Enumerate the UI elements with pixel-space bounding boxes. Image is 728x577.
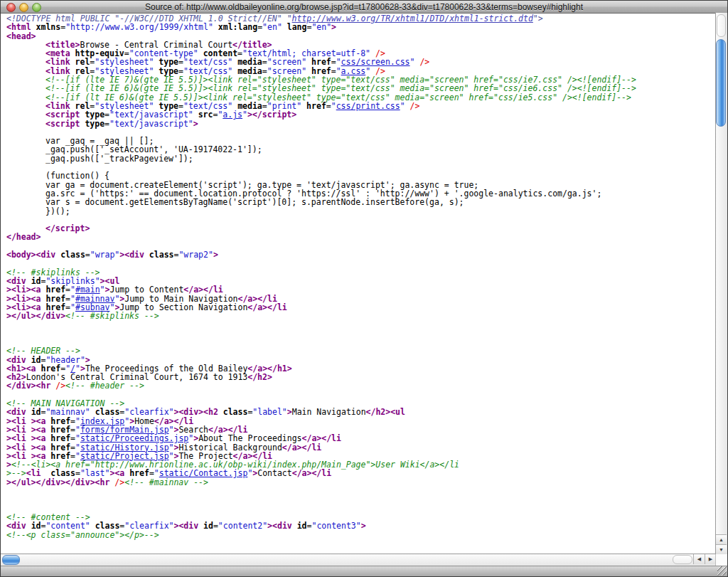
source-line bbox=[6, 495, 716, 504]
source-link[interactable]: css/print.css bbox=[336, 101, 400, 111]
source-token bbox=[292, 521, 297, 531]
source-line: ></ul></div><!-- #skiplinks --> bbox=[6, 312, 716, 320]
source-token: <body><div bbox=[6, 250, 55, 260]
source-token: /> bbox=[114, 477, 124, 487]
source-token: /> bbox=[410, 101, 420, 111]
source-window: Source of: http://www.oldbaileyonline.or… bbox=[0, 0, 728, 577]
source-link[interactable]: a.js bbox=[223, 110, 242, 120]
vertical-scrollbar[interactable]: ▲ ▼ bbox=[715, 13, 727, 554]
source-token: "content3" bbox=[311, 521, 360, 531]
source-token: "http://www.w3.org/1999/xhtml" bbox=[65, 22, 213, 32]
source-code: <!DOCTYPE html PUBLIC "-//W3C//DTD XHTML… bbox=[1, 14, 716, 539]
source-token: "label" bbox=[252, 407, 287, 417]
source-token: <!-- #header --> bbox=[65, 381, 144, 391]
source-token bbox=[282, 22, 287, 32]
source-token: <!--<p class="announce"></p>--> bbox=[6, 530, 159, 540]
close-icon[interactable] bbox=[6, 3, 16, 12]
source-token: src bbox=[198, 110, 213, 120]
source-token bbox=[218, 407, 223, 417]
scroll-down-button[interactable]: ▼ bbox=[716, 544, 727, 554]
source-token: href bbox=[306, 101, 326, 111]
up-arrow-icon: ▲ bbox=[719, 537, 724, 542]
source-line: <html xmlns="http://www.w3.org/1999/xhtm… bbox=[6, 23, 716, 31]
source-token: /> bbox=[55, 381, 65, 391]
source-token: "wrap" bbox=[90, 250, 120, 260]
source-line: </head> bbox=[6, 233, 716, 241]
source-token: Main Navigation bbox=[292, 407, 366, 417]
resize-grip-icon[interactable] bbox=[717, 566, 727, 576]
source-token: /> bbox=[419, 57, 429, 67]
source-line: var s = document.getElementsByTagName('s… bbox=[6, 198, 716, 206]
source-token: class bbox=[223, 407, 248, 417]
source-token: xmlns bbox=[36, 22, 61, 32]
left-arrow-icon: ◀ bbox=[697, 556, 701, 561]
source-token: "wrap2" bbox=[178, 250, 213, 260]
source-token: " bbox=[400, 101, 405, 111]
source-token: " bbox=[331, 101, 336, 111]
source-token: <!-- #skiplinks --> bbox=[65, 311, 159, 321]
source-token bbox=[405, 101, 410, 111]
source-line: <!-- HEADER --> bbox=[6, 346, 716, 355]
source-token: > bbox=[287, 407, 292, 417]
source-token: Contact bbox=[257, 468, 291, 478]
source-token: ><div bbox=[119, 250, 144, 260]
scrollbar-corner bbox=[715, 554, 727, 566]
source-token: id bbox=[203, 521, 213, 531]
source-token: = bbox=[326, 101, 331, 111]
scroll-track-cap bbox=[673, 555, 692, 564]
source-token: </a></li bbox=[292, 468, 331, 478]
source-token: "content2" bbox=[218, 521, 267, 531]
source-token: </head> bbox=[6, 232, 41, 242]
source-token: > bbox=[331, 22, 336, 32]
window-titlebar[interactable]: Source of: http://www.oldbaileyonline.or… bbox=[1, 1, 727, 14]
source-token: > bbox=[361, 521, 366, 531]
source-token: ><div bbox=[267, 521, 292, 531]
right-arrow-icon: ▶ bbox=[709, 556, 712, 561]
source-line: <script type="text/javascript"> bbox=[6, 120, 716, 128]
source-token: class bbox=[149, 250, 174, 260]
source-token: ></ul></div> bbox=[6, 311, 65, 321]
source-token: id bbox=[297, 521, 307, 531]
vertical-scrollbar-thumb[interactable] bbox=[716, 39, 726, 127]
source-token: _gaq.push(['_trackPageview']); bbox=[46, 154, 193, 164]
minimize-icon[interactable] bbox=[19, 3, 28, 12]
source-token: "en" bbox=[262, 22, 282, 32]
source-line bbox=[6, 487, 716, 495]
source-token: <!-- #mainnav --> bbox=[124, 477, 208, 487]
source-token: "text/javascript" bbox=[109, 119, 193, 129]
scroll-right-button[interactable]: ▶ bbox=[705, 554, 716, 564]
source-token: "en" bbox=[311, 22, 331, 32]
scroll-track-cap bbox=[717, 14, 726, 37]
source-token: <script bbox=[46, 119, 80, 129]
source-line bbox=[6, 320, 716, 329]
source-token: = bbox=[105, 119, 109, 129]
source-token: <head> bbox=[6, 31, 36, 41]
source-line bbox=[6, 338, 716, 346]
zoom-icon[interactable] bbox=[32, 3, 41, 12]
source-line: <!--<p class="announce"></p>--> bbox=[6, 531, 716, 539]
source-token: </a></li bbox=[282, 443, 321, 452]
horizontal-scrollbar[interactable]: ◀ ▶ bbox=[1, 554, 716, 566]
source-line: })(); bbox=[6, 207, 716, 216]
source-token: "> bbox=[533, 14, 543, 23]
source-token: lang bbox=[287, 22, 307, 32]
source-token: var s = document.getElementsByTagName('s… bbox=[46, 197, 464, 207]
source-line: ></ul></div></div><hr /><!-- #mainnav --… bbox=[6, 478, 716, 487]
source-token: class bbox=[60, 250, 85, 260]
source-token: ></ul></div></div><hr bbox=[6, 477, 109, 487]
down-arrow-icon: ▼ bbox=[719, 547, 724, 552]
scroll-left-button[interactable]: ◀ bbox=[693, 554, 705, 564]
source-token: </a></li bbox=[247, 302, 287, 312]
scroll-up-button[interactable]: ▲ bbox=[716, 534, 727, 544]
source-line bbox=[6, 329, 716, 338]
source-line bbox=[6, 259, 716, 268]
source-line: </div><hr /><!-- #header --> bbox=[6, 381, 716, 390]
source-token: ></script> bbox=[247, 110, 296, 120]
source-token: ><div bbox=[174, 521, 199, 531]
source-token: </script> bbox=[46, 223, 90, 233]
source-token: " bbox=[242, 110, 247, 120]
source-token: xml:lang bbox=[218, 22, 257, 32]
horizontal-scrollbar-thumb[interactable] bbox=[2, 555, 20, 565]
source-line bbox=[6, 163, 716, 171]
source-token: type bbox=[85, 119, 105, 129]
